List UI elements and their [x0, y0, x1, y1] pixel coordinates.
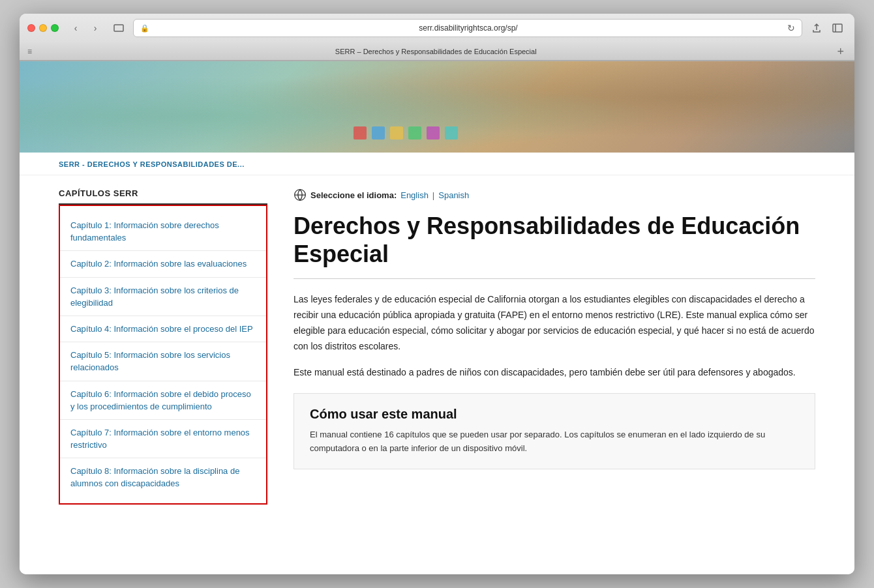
sidebar-link-5[interactable]: Capítulo 5: Información sobre los servic…: [70, 350, 230, 372]
svg-rect-0: [114, 25, 123, 31]
hero-image: [20, 61, 854, 153]
tab-bar: ≡ SERR – Derechos y Responsabilidades de…: [20, 42, 854, 61]
language-separator: |: [432, 190, 434, 200]
tab-overview-button[interactable]: [110, 19, 128, 37]
sidebar-button[interactable]: [828, 19, 847, 37]
sidebar-item-1[interactable]: Capítulo 1: Información sobre derechos f…: [60, 213, 266, 251]
sidebar-item-5[interactable]: Capítulo 5: Información sobre los servic…: [60, 342, 266, 381]
sidebar-item-2[interactable]: Capítulo 2: Información sobre las evalua…: [60, 251, 266, 277]
language-label: Seleccione el idioma:: [310, 190, 397, 200]
address-bar[interactable]: 🔒 serr.disabilityrightsca.org/sp/ ↻: [133, 19, 802, 37]
sidebar-item-6[interactable]: Capítulo 6: Información sobre el debido …: [60, 381, 266, 420]
sidebar-nav: Capítulo 1: Información sobre derechos f…: [59, 205, 267, 505]
sidebar-item-7[interactable]: Capítulo 7: Información sobre el entorno…: [60, 420, 266, 458]
sidebar-link-6[interactable]: Capítulo 6: Información sobre el debido …: [70, 389, 251, 411]
maximize-button[interactable]: [51, 24, 59, 32]
back-button[interactable]: ‹: [67, 19, 85, 37]
share-button[interactable]: [807, 19, 826, 37]
reload-button[interactable]: ↻: [787, 23, 795, 33]
sidebar-link-4[interactable]: Capítulo 4: Información sobre el proceso…: [70, 324, 253, 334]
language-spanish-link[interactable]: Spanish: [438, 190, 469, 200]
section-box: Cómo usar este manual El manual contiene…: [294, 393, 815, 469]
traffic-lights: [27, 24, 59, 32]
section-title: Cómo usar este manual: [310, 407, 799, 422]
main-layout: CAPÍTULOS SERR Capítulo 1: Información s…: [20, 175, 854, 574]
tab-title: SERR – Derechos y Responsabilidades de E…: [37, 48, 834, 55]
sidebar-link-1[interactable]: Capítulo 1: Información sobre derechos f…: [70, 220, 219, 243]
menu-icon: ≡: [27, 47, 32, 56]
language-selector: Seleccione el idioma: English | Spanish: [294, 188, 815, 201]
url-text: serr.disabilityrightsca.org/sp/: [153, 23, 783, 33]
language-icon: [294, 188, 307, 201]
close-button[interactable]: [27, 24, 35, 32]
sidebar-link-8[interactable]: Capítulo 8: Información sobre la discipl…: [70, 466, 239, 488]
title-bar: ‹ › 🔒 serr.disabilityrightsca.org/sp/ ↻: [20, 14, 854, 61]
page-title: Derechos y Responsabilidades de Educació…: [294, 212, 815, 268]
language-english-link[interactable]: English: [400, 190, 429, 200]
sidebar-item-3[interactable]: Capítulo 3: Información sobre los criter…: [60, 278, 266, 316]
intro-paragraph-1: Las leyes federales y de educación espec…: [294, 292, 815, 354]
sidebar-item-4[interactable]: Capítulo 4: Información sobre el proceso…: [60, 316, 266, 342]
minimize-button[interactable]: [39, 24, 47, 32]
title-divider: [294, 278, 815, 279]
breadcrumb: SERR - DERECHOS Y RESPONSABILIDADES DE..…: [20, 153, 854, 175]
main-content: Seleccione el idioma: English | Spanish …: [294, 188, 815, 561]
sidebar-item-8[interactable]: Capítulo 8: Información sobre la discipl…: [60, 458, 266, 496]
intro-paragraph-2: Este manual está destinado a padres de n…: [294, 365, 815, 381]
sidebar-title: CAPÍTULOS SERR: [59, 188, 267, 198]
new-tab-button[interactable]: +: [834, 46, 847, 57]
sidebar-link-3[interactable]: Capítulo 3: Información sobre los criter…: [70, 286, 239, 308]
sidebar-link-7[interactable]: Capítulo 7: Información sobre el entorno…: [70, 428, 250, 450]
sidebar-link-2[interactable]: Capítulo 2: Información sobre las evalua…: [70, 259, 247, 269]
lock-icon: 🔒: [140, 24, 149, 33]
nav-buttons: ‹ ›: [67, 19, 104, 37]
forward-button[interactable]: ›: [86, 19, 104, 37]
sidebar: CAPÍTULOS SERR Capítulo 1: Información s…: [59, 188, 267, 561]
toolbar-right: [807, 19, 847, 37]
section-text: El manual contiene 16 capítulos que se p…: [310, 428, 799, 456]
svg-rect-1: [833, 24, 842, 32]
page-content: SERR - DERECHOS Y RESPONSABILIDADES DE..…: [20, 61, 854, 574]
browser-window: ‹ › 🔒 serr.disabilityrightsca.org/sp/ ↻: [20, 14, 854, 574]
